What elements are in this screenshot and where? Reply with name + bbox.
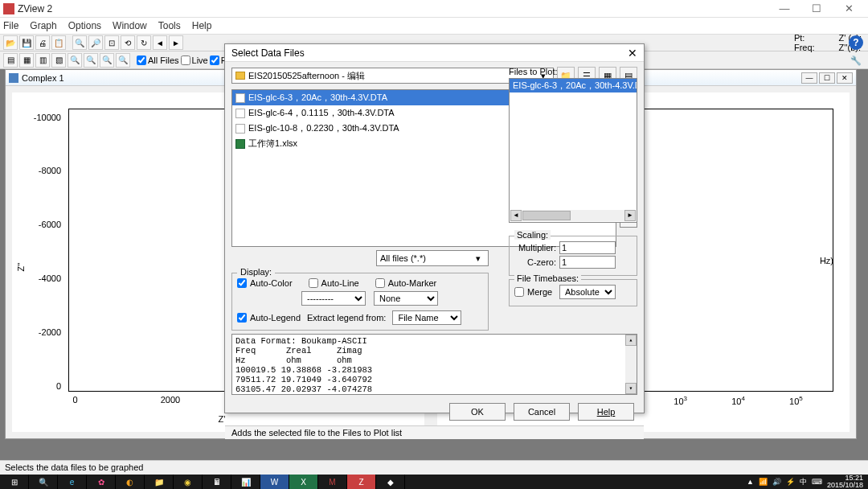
tb2-4[interactable]: ▧ xyxy=(51,53,66,68)
start-button[interactable]: ⊞ xyxy=(0,475,29,489)
word-icon[interactable]: W xyxy=(260,475,289,489)
system-tray[interactable]: ▲ 📶 🔊 ⚡ 中 ⌨ 15:21 2015/10/18 xyxy=(747,475,868,489)
next-icon[interactable]: ► xyxy=(169,35,183,50)
cw-min[interactable]: — xyxy=(801,72,817,84)
help-icon[interactable]: ? xyxy=(849,35,863,50)
chart-window-title: Complex 1 xyxy=(22,73,64,83)
save-icon[interactable]: 💾 xyxy=(19,35,34,50)
extract-select[interactable]: File Name xyxy=(392,310,461,325)
cancel-button[interactable]: Cancel xyxy=(514,403,570,421)
tray-icon[interactable]: ⚡ xyxy=(786,478,795,486)
dialog-close-icon[interactable]: ✕ xyxy=(628,47,637,60)
help-button[interactable]: Help xyxy=(578,403,634,421)
file-icon xyxy=(235,93,245,103)
ime-indicator[interactable]: 中 xyxy=(800,477,807,487)
folder-icon xyxy=(235,72,245,80)
menu-help[interactable]: Help xyxy=(192,20,212,31)
tb2-2[interactable]: ▦ xyxy=(19,53,34,68)
data-preview: Data Format: Boukamp-ASCII Freq Zreal Zi… xyxy=(231,334,637,395)
line-style-select[interactable]: --------- xyxy=(301,291,366,306)
xlsx-icon xyxy=(235,139,245,149)
task-icon[interactable]: ◐ xyxy=(116,475,145,489)
file-icon xyxy=(235,124,245,134)
menu-window[interactable]: Window xyxy=(113,20,147,31)
task-icon[interactable]: 📊 xyxy=(231,475,260,489)
explorer-icon[interactable]: 📁 xyxy=(145,475,174,489)
plot-list[interactable]: EIS-glc-6-3，20Ac，30th-4.3V.DTA ◄► xyxy=(509,78,637,223)
menu-tools[interactable]: Tools xyxy=(158,20,181,31)
h-scrollbar[interactable]: ◄► xyxy=(510,210,636,221)
chk-autocolor[interactable]: Auto-Color xyxy=(237,278,293,288)
tool-config-icon[interactable]: 🔧 xyxy=(849,53,863,68)
tb2-3[interactable]: ▥ xyxy=(35,53,50,68)
minimize-button[interactable]: — xyxy=(768,0,800,18)
clock-date: 2015/10/18 xyxy=(827,482,863,489)
czero-input[interactable] xyxy=(559,256,616,269)
chk-live[interactable]: Live xyxy=(181,55,208,65)
select-data-files-dialog: Select Data Files ✕ EIS20150525afternoon… xyxy=(224,43,645,413)
tray-icon[interactable]: ⌨ xyxy=(812,478,822,486)
print-icon[interactable]: 🖨 xyxy=(35,35,50,50)
excel-icon[interactable]: X xyxy=(289,475,318,489)
chart-window-icon xyxy=(9,73,18,83)
chk-merge[interactable]: Merge xyxy=(514,287,556,297)
tb2-1[interactable]: ▤ xyxy=(3,53,18,68)
chk-allfiles[interactable]: All Files xyxy=(137,55,179,65)
task-icon[interactable]: ✿ xyxy=(87,475,116,489)
cw-max[interactable]: ☐ xyxy=(819,72,835,84)
tray-icon[interactable]: 🔊 xyxy=(772,478,781,486)
task-icon[interactable]: ◉ xyxy=(174,475,203,489)
timebase-select[interactable]: Absolute xyxy=(559,285,616,299)
ie-icon[interactable]: e xyxy=(58,475,87,489)
chk-automarker[interactable]: Auto-Marker xyxy=(375,278,437,288)
task-icon[interactable]: ◆ xyxy=(376,475,405,489)
v-scrollbar[interactable]: ▴▾ xyxy=(625,335,637,394)
chk-autoline[interactable]: Auto-Line xyxy=(309,278,359,288)
tb2-8[interactable]: 🔍 xyxy=(116,53,130,68)
zoom-reset-icon[interactable]: ⟲ xyxy=(121,35,135,50)
filter-dropdown[interactable]: All files (*.*)▾ xyxy=(376,250,489,266)
dialog-hint: Adds the selected file to the Files to P… xyxy=(225,425,644,439)
chk-autolegend[interactable]: Auto-Legend xyxy=(237,313,301,323)
marker-select[interactable]: None xyxy=(374,291,438,306)
prev-icon[interactable]: ◄ xyxy=(153,35,167,50)
cw-close[interactable]: ✕ xyxy=(837,72,853,84)
open-icon[interactable]: 📂 xyxy=(3,35,18,50)
status-bar: Selects the data files to be graphed xyxy=(0,460,868,475)
maximize-button[interactable]: ☐ xyxy=(800,0,833,18)
tray-icon[interactable]: ▲ xyxy=(747,478,754,486)
multiplier-input[interactable] xyxy=(559,241,616,254)
title-bar: ZView 2 — ☐ ✕ xyxy=(0,0,868,18)
taskbar[interactable]: ⊞ 🔍 e ✿ ◐ 📁 ◉ 🖩 📊 W X M Z ◆ ▲ 📶 🔊 ⚡ 中 ⌨ … xyxy=(0,475,868,489)
copy-icon[interactable]: 📋 xyxy=(51,35,66,50)
folder-dropdown[interactable]: EIS20150525afternoon - 编辑 ▾ xyxy=(231,68,554,84)
app-icon xyxy=(3,3,14,14)
plot-item[interactable]: EIS-glc-6-3，20Ac，30th-4.3V.DTA xyxy=(510,79,637,92)
menu-graph[interactable]: Graph xyxy=(30,20,56,31)
menu-options[interactable]: Options xyxy=(68,20,101,31)
dialog-title: Select Data Files xyxy=(231,47,305,59)
tb2-6[interactable]: 🔍 xyxy=(84,53,98,68)
menu-file[interactable]: File xyxy=(3,20,18,31)
plot-list-label: Files to Plot: xyxy=(509,67,637,76)
zoom-fit-icon[interactable]: ⊡ xyxy=(104,35,119,50)
tb2-7[interactable]: 🔍 xyxy=(100,53,114,68)
tb2-5[interactable]: 🔍 xyxy=(68,53,82,68)
zview-icon[interactable]: Z xyxy=(347,475,376,489)
file-icon xyxy=(235,109,245,118)
task-icon[interactable]: M xyxy=(318,475,347,489)
ok-button[interactable]: OK xyxy=(449,403,506,421)
menu-bar: File Graph Options Window Tools Help xyxy=(0,18,868,34)
task-icon[interactable]: 🔍 xyxy=(29,475,58,489)
refresh-icon[interactable]: ↻ xyxy=(137,35,151,50)
zoom-out-icon[interactable]: 🔎 xyxy=(88,35,103,50)
close-button[interactable]: ✕ xyxy=(833,0,865,18)
calc-icon[interactable]: 🖩 xyxy=(203,475,231,489)
tray-icon[interactable]: 📶 xyxy=(759,478,768,486)
app-title: ZView 2 xyxy=(18,3,768,14)
zoom-in-icon[interactable]: 🔍 xyxy=(72,35,87,50)
